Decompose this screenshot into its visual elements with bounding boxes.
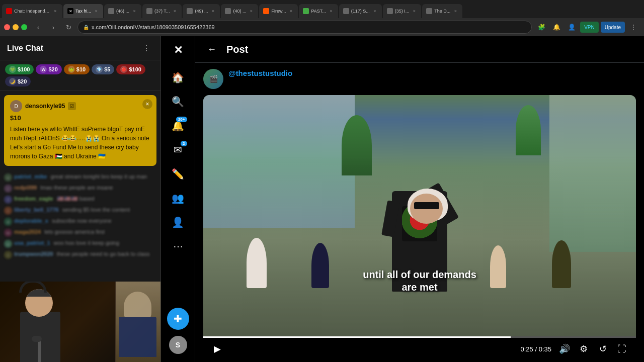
fullscreen-button[interactable]: ⛶ xyxy=(614,341,630,357)
msg-header: D densonkyle95 ☑ xyxy=(10,100,150,112)
nav-bar: ‹ › ↻ 🔒 x.com/OilLondonIV/status/1809035… xyxy=(0,18,644,36)
tab-misc-6[interactable]: PAST... × xyxy=(299,4,338,18)
secure-icon: 🔒 xyxy=(83,25,89,30)
tab-misc-8[interactable]: (35) I... × xyxy=(383,4,422,18)
tab-close-icon[interactable]: × xyxy=(288,8,294,14)
url-bar[interactable]: 🔒 x.com/OilLondonIV/status/1809035091655… xyxy=(77,21,532,34)
messages-icon: ✉ xyxy=(174,144,182,156)
msg-badge-icon: ☑ xyxy=(68,102,76,110)
tab-close-icon[interactable]: × xyxy=(172,8,178,14)
new-post-button[interactable]: ✚ xyxy=(167,308,189,330)
badge-icon-4: 🔴 xyxy=(120,66,127,73)
video-subtitle: until all of our demands are met xyxy=(203,267,636,293)
window-close-btn[interactable] xyxy=(4,24,10,30)
sidebar-item-messages[interactable]: ✉ 2 xyxy=(167,139,189,161)
donation-badge-2[interactable]: 🐸 $10 xyxy=(64,64,90,74)
tab-bar: Chat: Independence Day Triggers Lefties … xyxy=(0,0,644,18)
video-progress-fill xyxy=(203,336,511,338)
loop-button[interactable]: ↺ xyxy=(595,341,611,357)
chat-msg-avatar: u xyxy=(4,173,12,182)
sidebar-item-compose[interactable]: ✏️ xyxy=(167,163,189,185)
badge-amount-0: $100 xyxy=(18,66,30,72)
chat-msg-text: great stream tonight bro keep it up man xyxy=(49,173,147,179)
donation-badge-0[interactable]: 💚 $100 xyxy=(5,64,34,74)
tab-misc-3[interactable]: (49) ... × xyxy=(183,4,220,18)
donation-badge-5[interactable]: 🌙 $20 xyxy=(5,76,31,86)
extensions-button[interactable]: 🧩 xyxy=(535,21,548,34)
tab-close-icon[interactable]: × xyxy=(328,8,334,14)
sidebar-item-communities[interactable]: 👥 xyxy=(167,187,189,209)
sidebar-item-more[interactable]: ⋯ xyxy=(167,235,189,257)
tab-close-icon[interactable]: × xyxy=(248,8,254,14)
donation-badge-4[interactable]: 🔴 $100 xyxy=(116,64,145,74)
chat-msg-text: sending $5 love the content xyxy=(61,207,130,213)
tab-misc-2[interactable]: (37) T... × xyxy=(142,4,182,18)
plus-pen-icon: ✚ xyxy=(174,313,182,325)
donation-badge-3[interactable]: 💎 $5 xyxy=(92,64,114,74)
highlighted-message: D densonkyle95 ☑ $10 Listen here ya wHo … xyxy=(4,95,156,166)
msg-avatar: D xyxy=(10,100,22,112)
tab-close-icon[interactable]: × xyxy=(452,8,458,14)
vpn-button[interactable]: VPN xyxy=(580,22,599,33)
x-post-header: ← Post xyxy=(195,36,644,63)
x-logo: ✕ xyxy=(168,40,188,60)
badge-amount-2: $10 xyxy=(76,66,86,72)
user-avatar[interactable]: S xyxy=(169,336,187,354)
reload-button[interactable]: ↻ xyxy=(62,21,74,33)
forward-button[interactable]: › xyxy=(47,21,59,33)
volume-button[interactable]: 🔊 xyxy=(556,341,573,357)
badge-icon-1: W xyxy=(40,66,47,73)
chat-msg-name: freedom_eagle xyxy=(14,196,53,202)
video-right-controls: 🔊 ⚙ ↺ ⛶ xyxy=(556,341,630,357)
tab-close-icon[interactable]: × xyxy=(52,8,58,14)
main-subject xyxy=(392,191,447,324)
communities-icon: 👥 xyxy=(172,192,184,204)
nav-actions: 🧩 🔔 👤 VPN Update ⋮ xyxy=(535,21,640,34)
window-minimize-btn[interactable] xyxy=(13,24,19,30)
sidebar-item-home[interactable]: 🏠 xyxy=(167,66,189,88)
sidebar-item-search[interactable]: 🔍 xyxy=(167,90,189,113)
tab-misc-5[interactable]: Firew... × xyxy=(259,4,298,18)
chat-msg-avatar: d xyxy=(4,218,12,226)
video-frame: until all of our demands are met xyxy=(203,95,636,336)
donation-badge-1[interactable]: W $20 xyxy=(36,64,61,74)
tab-misc-4[interactable]: (40) ... × xyxy=(221,4,258,18)
video-progress-bar[interactable] xyxy=(203,336,636,338)
tab-misc-9[interactable]: The D... × xyxy=(422,4,462,18)
tab-close-icon[interactable]: × xyxy=(210,8,216,14)
tab-misc-7[interactable]: (117) S... × xyxy=(339,4,382,18)
profile-btn[interactable]: 👤 xyxy=(565,21,578,34)
window-maximize-btn[interactable] xyxy=(21,24,27,30)
chat-menu-button[interactable]: ⋮ xyxy=(139,41,153,55)
menu-button[interactable]: ⋮ xyxy=(627,21,640,34)
tab-close-icon[interactable]: × xyxy=(131,8,137,14)
chat-title: Live Chat xyxy=(7,44,139,53)
back-button[interactable]: ‹ xyxy=(32,21,44,33)
post-username[interactable]: @thestustustudio xyxy=(228,69,292,77)
tab-close-icon[interactable]: × xyxy=(372,8,378,14)
update-button[interactable]: Update xyxy=(601,22,625,33)
play-button[interactable]: ▶ xyxy=(209,341,225,357)
video-time: 0:25 / 0:35 xyxy=(521,345,551,353)
tab-rumble-chat[interactable]: Chat: Independence Day Triggers Lefties … xyxy=(2,4,62,18)
chat-msg-name: redpill99 xyxy=(14,185,37,191)
back-button[interactable]: ← xyxy=(203,41,220,58)
tab-close-icon[interactable]: × xyxy=(411,8,417,14)
sidebar-item-notifications[interactable]: 🔔 20+ xyxy=(167,115,189,137)
sidebar-item-profile[interactable]: 👤 xyxy=(167,211,189,233)
tab-x-active[interactable]: ✕ Tax hi... × xyxy=(63,4,103,18)
tab-close-icon[interactable]: × xyxy=(93,8,99,14)
list-item: u patriot_mike great stream tonight bro … xyxy=(4,172,156,183)
notifications-btn[interactable]: 🔔 xyxy=(550,21,563,34)
list-item: f freedom_eagle 🇺🇸🇺🇸🇺🇸 based xyxy=(4,194,156,205)
list-item: r redpill99 lmao these people are insane xyxy=(4,183,156,194)
x-sidebar: ✕ 🏠 🔍 🔔 20+ ✉ 2 ✏️ 👥 👤 xyxy=(161,36,195,362)
msg-username: densonkyle95 xyxy=(25,103,65,110)
badge-amount-1: $20 xyxy=(48,66,57,72)
settings-button[interactable]: ⚙ xyxy=(576,341,592,357)
badge-icon-3: 💎 xyxy=(96,66,103,73)
chat-msg-name: patriot_mike xyxy=(14,173,47,179)
main-content: Live Chat ⋮ 💚 $100 W $20 🐸 $10 💎 $5 🔴 xyxy=(0,36,644,362)
tab-misc-1[interactable]: (46) ... × xyxy=(104,4,141,18)
close-message-button[interactable]: × xyxy=(142,99,152,109)
